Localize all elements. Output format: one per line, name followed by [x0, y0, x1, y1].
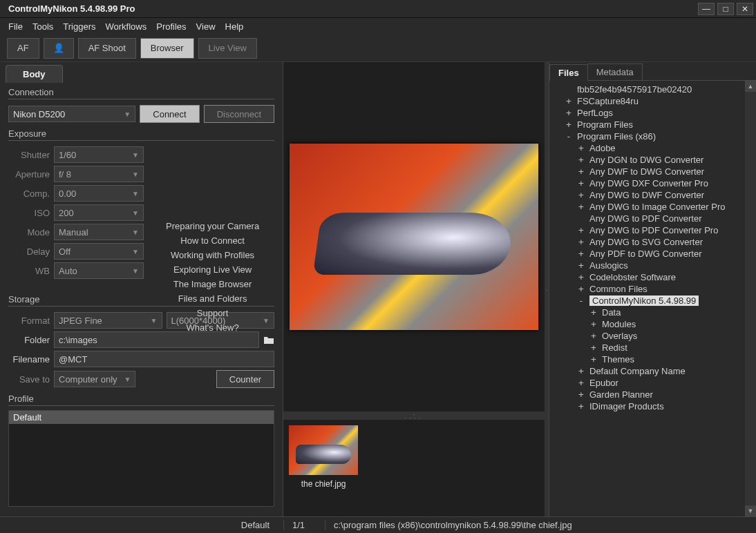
tree-node[interactable]: +Common Files — [577, 284, 753, 294]
tree-node[interactable]: +Modules — [589, 319, 753, 329]
tree-node[interactable]: +FSCapture84ru — [565, 96, 753, 106]
expand-icon[interactable]: + — [565, 96, 573, 106]
tree-label[interactable]: ControlMyNikon 5.4.98.99 — [589, 295, 699, 306]
tab-files[interactable]: Files — [549, 64, 588, 81]
filename-input[interactable]: @MCT — [54, 351, 274, 367]
tab-body[interactable]: Body — [6, 65, 63, 83]
tree-node[interactable]: +Any PDF to DWG Converter — [577, 249, 753, 259]
tree-label[interactable]: PerfLogs — [577, 108, 613, 118]
tree-label[interactable]: IDimager Products — [589, 401, 664, 411]
tree-label[interactable]: Adobe — [589, 143, 616, 153]
tree-node[interactable]: Any DWG to PDF Converter — [577, 213, 753, 224]
tree-label[interactable]: Any DWG to DWF Converter — [589, 190, 704, 200]
aperture-select[interactable]: f/ 8▼ — [54, 166, 144, 182]
tree-label[interactable]: Any DWG to PDF Converter Pro — [589, 225, 718, 235]
menu-file[interactable]: File — [8, 21, 23, 32]
format-select[interactable]: JPEG Fine▼ — [54, 312, 162, 329]
folder-tree[interactable]: fbb52fe4b94575917be02420+FSCapture84ru+P… — [549, 81, 756, 516]
tree-node[interactable]: +Any DWG to PDF Converter Pro — [577, 225, 753, 235]
tree-node[interactable]: +Any DWG to Image Converter Pro — [577, 202, 753, 212]
tree-node[interactable]: +Redist — [589, 342, 753, 353]
tree-node[interactable]: fbb52fe4b94575917be02420 — [565, 84, 753, 95]
counter-button[interactable]: Counter — [216, 370, 274, 388]
expand-icon[interactable]: + — [577, 202, 585, 212]
tree-label[interactable]: Epubor — [589, 378, 618, 388]
tree-node[interactable]: +Any DWG DXF Converter Pro — [577, 178, 753, 188]
expand-icon[interactable]: + — [589, 319, 598, 329]
tree-node[interactable]: +IDimager Products — [577, 401, 753, 411]
expand-icon[interactable]: + — [589, 342, 598, 353]
tree-node[interactable]: +Data — [589, 307, 753, 318]
expand-icon[interactable]: + — [589, 331, 598, 341]
tree-node[interactable]: +Any DWG to SVG Converter — [577, 237, 753, 247]
tree-label[interactable]: Modules — [602, 319, 636, 329]
connect-button[interactable]: Connect — [140, 105, 199, 123]
tree-label[interactable]: Data — [602, 307, 621, 318]
mode-select[interactable]: Manual▼ — [54, 224, 144, 240]
expand-icon[interactable]: + — [577, 366, 585, 376]
delay-select[interactable]: Off▼ — [54, 243, 144, 260]
tree-label[interactable]: Redist — [602, 342, 627, 353]
menu-tools[interactable]: Tools — [32, 21, 53, 32]
expand-icon[interactable]: + — [577, 389, 585, 400]
wb-select[interactable]: Auto▼ — [54, 262, 144, 279]
help-link[interactable]: What's New? — [166, 322, 259, 333]
camera-select[interactable]: Nikon D5200▼ — [8, 106, 135, 122]
tree-label[interactable]: Any DWG to PDF Converter — [589, 213, 702, 224]
expand-icon[interactable]: + — [577, 249, 585, 259]
scroll-down-icon[interactable]: ▼ — [745, 505, 756, 516]
tree-label[interactable]: Any DGN to DWG Converter — [589, 155, 703, 165]
expand-icon[interactable]: + — [577, 143, 585, 153]
tree-node[interactable]: +Garden Planner — [577, 389, 753, 400]
af-button[interactable]: AF — [7, 38, 39, 59]
af-shoot-button[interactable]: AF Shoot — [78, 38, 136, 59]
tree-label[interactable]: Any DWG DXF Converter Pro — [589, 178, 708, 188]
expand-icon[interactable]: + — [565, 108, 573, 118]
minimize-button[interactable]: — — [698, 3, 715, 15]
folder-browse-icon[interactable] — [263, 335, 274, 345]
saveto-select[interactable]: Computer only▼ — [54, 371, 135, 387]
tree-node[interactable]: +PerfLogs — [565, 108, 753, 118]
live-view-button[interactable]: Live View — [198, 38, 257, 59]
help-link[interactable]: Exploring Live View — [166, 264, 259, 275]
iso-select[interactable]: 200▼ — [54, 204, 144, 221]
menu-workflows[interactable]: Workflows — [106, 21, 147, 32]
expand-icon[interactable]: + — [577, 401, 585, 411]
menu-profiles[interactable]: Profiles — [156, 21, 186, 32]
expand-icon[interactable]: + — [577, 237, 585, 247]
image-preview[interactable] — [283, 62, 545, 411]
tree-label[interactable]: Any DWG to Image Converter Pro — [589, 202, 726, 212]
thumbnail[interactable] — [289, 425, 358, 475]
browser-button[interactable]: Browser — [140, 38, 194, 59]
menu-triggers[interactable]: Triggers — [63, 21, 95, 32]
shoot-icon-button[interactable]: 👤 — [44, 38, 74, 59]
tree-label[interactable]: Program Files — [577, 119, 633, 130]
help-link[interactable]: Files and Folders — [166, 293, 259, 304]
tree-label[interactable]: Codelobster Software — [589, 272, 676, 282]
tree-label[interactable]: Any PDF to DWG Converter — [589, 249, 702, 259]
tree-node[interactable]: +Themes — [589, 354, 753, 365]
shutter-select[interactable]: 1/60▼ — [54, 146, 144, 163]
expand-icon[interactable]: + — [577, 166, 585, 177]
tree-label[interactable]: Default Company Name — [589, 366, 686, 376]
expand-icon[interactable]: + — [577, 378, 585, 388]
help-link[interactable]: Support — [166, 308, 259, 318]
expand-icon[interactable]: + — [577, 284, 585, 294]
tree-node[interactable]: +Any DWG to DWF Converter — [577, 190, 753, 200]
expand-icon[interactable]: + — [577, 178, 585, 188]
tree-node[interactable]: +Adobe — [577, 143, 753, 153]
tree-node[interactable]: -Program Files (x86) — [565, 131, 753, 142]
tree-node[interactable]: +Epubor — [577, 378, 753, 388]
expand-icon[interactable]: + — [577, 190, 585, 200]
profile-item[interactable]: Default — [9, 411, 274, 424]
tree-label[interactable]: Common Files — [589, 284, 648, 294]
expand-icon[interactable]: - — [577, 295, 585, 306]
tree-node[interactable]: +Any DWF to DWG Converter — [577, 166, 753, 177]
tab-metadata[interactable]: Metadata — [587, 64, 643, 80]
tree-label[interactable]: FSCapture84ru — [577, 96, 639, 106]
profile-list[interactable]: Default — [8, 410, 274, 507]
menu-view[interactable]: View — [196, 21, 216, 32]
tree-node[interactable]: +Program Files — [565, 119, 753, 130]
tree-label[interactable]: Garden Planner — [589, 389, 653, 400]
help-link[interactable]: The Image Browser — [166, 279, 259, 289]
